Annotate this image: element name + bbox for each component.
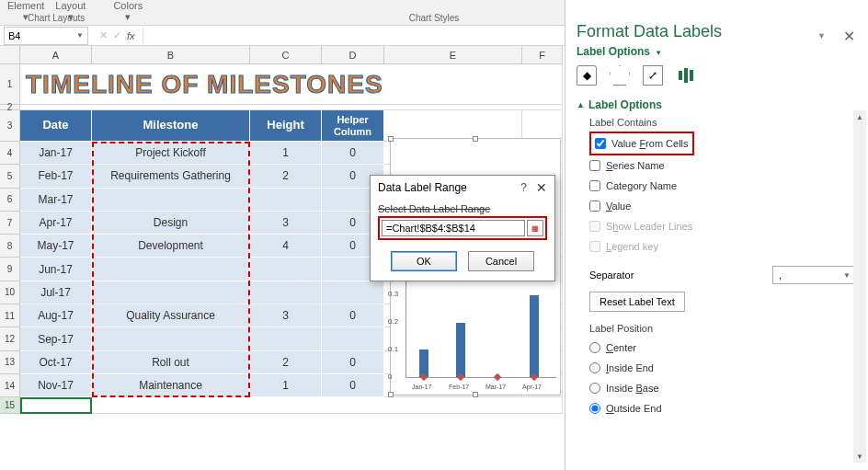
row-header[interactable]: 14: [0, 374, 20, 397]
table-cell[interactable]: [322, 281, 384, 304]
table-cell[interactable]: [92, 258, 250, 281]
col-header-b[interactable]: B: [92, 46, 250, 63]
table-cell[interactable]: [250, 327, 322, 350]
value-checkbox[interactable]: Value: [589, 196, 857, 216]
table-cell[interactable]: Requirements Gathering: [92, 165, 250, 188]
table-cell[interactable]: Project Kickoff: [92, 142, 250, 165]
row-header[interactable]: 11: [0, 304, 20, 327]
scroll-up-icon[interactable]: ▲: [853, 110, 866, 123]
resize-handle[interactable]: [473, 392, 478, 397]
size-icon[interactable]: ⤢: [643, 65, 663, 86]
pane-subtitle[interactable]: Label Options ▼: [577, 45, 857, 58]
select-all-corner[interactable]: [0, 46, 20, 63]
table-cell[interactable]: [322, 327, 384, 350]
fill-icon[interactable]: ◆: [577, 65, 597, 86]
row-header[interactable]: 7: [0, 212, 20, 235]
table-cell[interactable]: 0: [322, 351, 384, 374]
help-icon[interactable]: ?: [520, 181, 527, 194]
table-cell[interactable]: Jul-17: [20, 281, 92, 304]
table-cell[interactable]: Sep-17: [20, 327, 92, 350]
table-cell[interactable]: 0: [322, 142, 384, 165]
col-header-c[interactable]: C: [250, 46, 322, 63]
table-cell[interactable]: Development: [92, 235, 250, 258]
row-header[interactable]: 3: [0, 110, 20, 142]
row-header[interactable]: 8: [0, 235, 20, 258]
col-header-a[interactable]: A: [20, 46, 92, 63]
position-outside-end-radio[interactable]: Outside End: [589, 398, 857, 418]
ok-button[interactable]: OK: [391, 251, 457, 271]
row-header[interactable]: 15: [0, 397, 20, 414]
table-cell[interactable]: 4: [250, 235, 322, 258]
table-cell[interactable]: Mar-17: [20, 189, 92, 212]
chevron-down-icon[interactable]: ▼: [76, 31, 84, 40]
title-cell[interactable]: TIMELINE OF MILESTONES: [20, 64, 563, 105]
fx-icon[interactable]: fx: [127, 30, 135, 41]
table-cell[interactable]: Roll out: [92, 351, 250, 374]
name-box[interactable]: B4▼: [4, 27, 88, 45]
row-header[interactable]: 4: [0, 142, 20, 165]
table-cell[interactable]: [250, 258, 322, 281]
pane-scrollbar[interactable]: ▲ ▼: [853, 110, 866, 463]
range-input[interactable]: [382, 220, 525, 236]
table-cell[interactable]: [92, 327, 250, 350]
scroll-down-icon[interactable]: ▼: [853, 450, 866, 463]
table-cell[interactable]: [92, 281, 250, 304]
table-cell[interactable]: [250, 189, 322, 212]
table-cell[interactable]: 0: [322, 374, 384, 397]
chart-marker[interactable]: [494, 373, 501, 381]
chart-options-icon[interactable]: [676, 65, 696, 86]
close-icon[interactable]: ✕: [843, 28, 855, 45]
table-cell[interactable]: Feb-17: [20, 165, 92, 188]
value-from-cells-checkbox[interactable]: Value From Cells: [595, 133, 689, 154]
table-cell[interactable]: [250, 281, 322, 304]
col-header-d[interactable]: D: [322, 46, 384, 63]
row-header[interactable]: 1: [0, 64, 20, 105]
accept-icon[interactable]: ✓: [113, 29, 121, 41]
row-header[interactable]: 9: [0, 258, 20, 281]
row-header[interactable]: 13: [0, 351, 20, 374]
table-cell[interactable]: Maintenance: [92, 374, 250, 397]
table-cell[interactable]: Nov-17: [20, 374, 92, 397]
resize-handle[interactable]: [388, 392, 394, 397]
resize-handle[interactable]: [388, 136, 394, 142]
chart-bar[interactable]: [456, 323, 465, 378]
category-name-checkbox[interactable]: Category Name: [589, 176, 857, 196]
col-header-e[interactable]: E: [384, 46, 522, 63]
cancel-icon[interactable]: ✕: [99, 29, 108, 41]
position-center-radio[interactable]: Center: [589, 338, 857, 358]
colors-dropdown[interactable]: Colors ▾: [113, 0, 143, 23]
table-cell[interactable]: Apr-17: [20, 212, 92, 235]
reset-label-text-button[interactable]: Reset Label Text: [589, 292, 685, 312]
table-cell[interactable]: 1: [250, 142, 322, 165]
table-cell[interactable]: May-17: [20, 235, 92, 258]
table-cell[interactable]: Oct-17: [20, 351, 92, 374]
table-cell[interactable]: Jan-17: [20, 142, 92, 165]
row-header[interactable]: 12: [0, 327, 20, 350]
range-picker-icon[interactable]: ▦: [527, 220, 543, 236]
table-cell[interactable]: 1: [250, 374, 322, 397]
table-cell[interactable]: Aug-17: [20, 304, 92, 327]
row-header[interactable]: 5: [0, 165, 20, 188]
label-options-section[interactable]: ▲Label Options: [577, 98, 857, 111]
table-cell[interactable]: Jun-17: [20, 258, 92, 281]
series-name-checkbox[interactable]: Series Name: [589, 155, 857, 176]
chart-bar[interactable]: [530, 295, 539, 377]
table-cell[interactable]: 2: [250, 165, 322, 188]
table-cell[interactable]: 3: [250, 212, 322, 235]
table-cell[interactable]: [92, 189, 250, 212]
effects-icon[interactable]: [610, 65, 630, 86]
row-header[interactable]: 10: [0, 281, 20, 304]
cancel-button[interactable]: Cancel: [468, 251, 534, 271]
col-header-f[interactable]: F: [522, 46, 563, 63]
position-inside-end-radio[interactable]: Inside End: [589, 358, 857, 378]
chevron-down-icon[interactable]: ▼: [817, 31, 826, 40]
table-cell[interactable]: Design: [92, 212, 250, 235]
table-cell[interactable]: 2: [250, 351, 322, 374]
position-inside-base-radio[interactable]: Inside Base: [589, 378, 857, 398]
separator-dropdown[interactable]: ,▼: [772, 266, 857, 284]
close-icon[interactable]: ✕: [536, 180, 547, 195]
resize-handle[interactable]: [473, 136, 478, 142]
chart-plot-area[interactable]: 0 0.1 0.2 0.3 0.4 Jan-17 Feb-17 Mar-17 A…: [405, 268, 556, 378]
table-cell[interactable]: Quality Assurance: [92, 304, 250, 327]
table-cell[interactable]: 0: [322, 304, 384, 327]
